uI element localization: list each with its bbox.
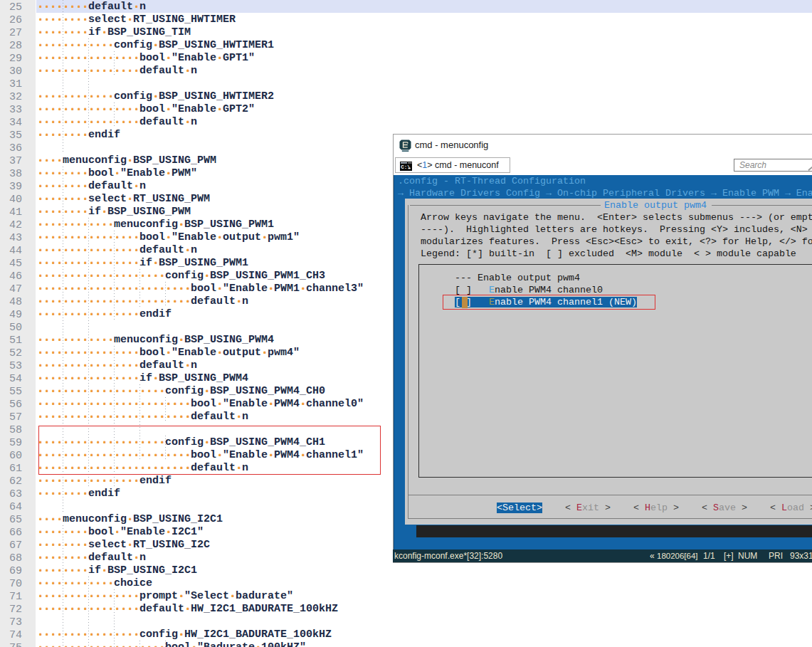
- svg-text:C:\: C:\: [401, 164, 411, 170]
